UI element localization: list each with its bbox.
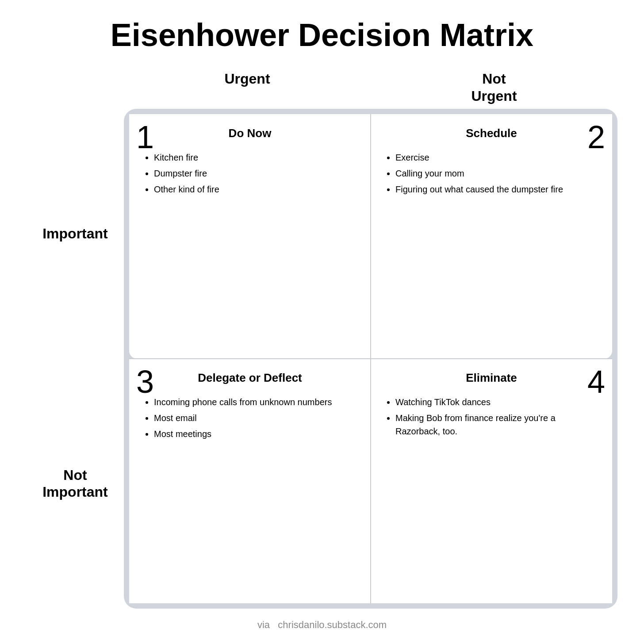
q3-number: 3 (136, 366, 154, 398)
q1-number: 1 (136, 121, 154, 153)
q4-list: Watching TikTok dances Making Bob from f… (385, 395, 598, 438)
matrix-container: Urgent Not Urgent Important Not Importan… (27, 70, 617, 609)
quadrant-1: 1 Do Now Kitchen fire Dumpster fire Othe… (129, 114, 371, 359)
footer-site: chrisdanilo.substack.com (278, 619, 387, 630)
list-item: Making Bob from finance realize you're a… (395, 411, 598, 438)
body-row: Important Not Important 1 Do Now Kitchen… (27, 109, 617, 609)
q3-list: Incoming phone calls from unknown number… (143, 395, 356, 441)
list-item: Incoming phone calls from unknown number… (154, 395, 356, 409)
row-labels: Important Not Important (27, 109, 124, 609)
q1-list: Kitchen fire Dumpster fire Other kind of… (143, 151, 356, 196)
q2-title: Schedule (385, 126, 598, 140)
list-item: Figuring out what caused the dumpster fi… (395, 183, 598, 196)
q3-title: Delegate or Deflect (143, 371, 356, 385)
q4-title: Eliminate (385, 371, 598, 385)
q4-number: 4 (587, 366, 605, 398)
q1-title: Do Now (143, 126, 356, 140)
header-row: Urgent Not Urgent (124, 70, 617, 104)
list-item: Exercise (395, 151, 598, 164)
not-urgent-header: Not Urgent (371, 70, 617, 104)
q2-list: Exercise Calling your mom Figuring out w… (385, 151, 598, 196)
list-item: Calling your mom (395, 167, 598, 180)
matrix-grid: 1 Do Now Kitchen fire Dumpster fire Othe… (124, 109, 617, 609)
list-item: Most email (154, 411, 356, 425)
not-important-label: Not Important (27, 359, 124, 609)
quadrant-3: 3 Delegate or Deflect Incoming phone cal… (129, 359, 371, 603)
list-item: Other kind of fire (154, 183, 356, 196)
page-title: Eisenhower Decision Matrix (111, 18, 533, 53)
list-item: Watching TikTok dances (395, 395, 598, 409)
list-item: Dumpster fire (154, 167, 356, 180)
quadrant-2: 2 Schedule Exercise Calling your mom Fig… (371, 114, 612, 359)
q2-number: 2 (587, 121, 605, 153)
urgent-header: Urgent (124, 70, 371, 104)
footer: via chrisdanilo.substack.com (257, 619, 387, 631)
list-item: Most meetings (154, 427, 356, 441)
quadrant-4: 4 Eliminate Watching TikTok dances Makin… (371, 359, 612, 603)
important-label: Important (27, 109, 124, 359)
footer-prefix: via (257, 619, 270, 630)
list-item: Kitchen fire (154, 151, 356, 164)
horizontal-divider (129, 358, 612, 359)
